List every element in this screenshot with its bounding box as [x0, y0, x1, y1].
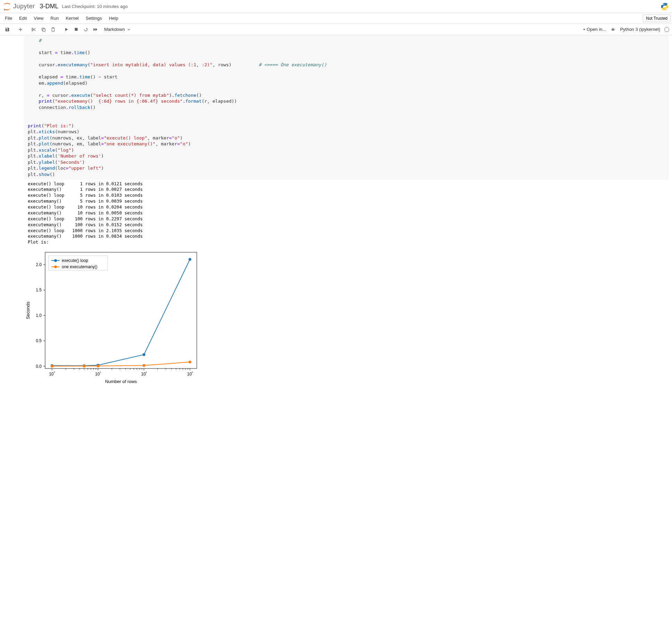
svg-point-68 [54, 265, 57, 268]
svg-text:execute() loop: execute() loop [62, 258, 88, 263]
checkpoint-text: Last Checkpoint: 10 minutes ago [62, 4, 128, 9]
kernel-status-icon [664, 27, 669, 32]
svg-text:Seconds: Seconds [25, 302, 31, 319]
plus-icon [18, 27, 23, 32]
open-in-label: Open in... [587, 27, 606, 32]
cell-type-select[interactable]: Markdown [104, 27, 131, 32]
output-text: execute() loop 1 rows in 0.0121 seconds … [24, 180, 669, 248]
paste-button[interactable] [49, 25, 58, 34]
svg-text:0.0: 0.0 [36, 364, 42, 369]
svg-point-65 [54, 259, 57, 262]
menu-edit[interactable]: Edit [16, 14, 30, 22]
bug-icon[interactable] [610, 27, 616, 32]
caret-down-icon [582, 28, 586, 31]
cut-button[interactable] [29, 25, 38, 34]
menu-view[interactable]: View [30, 14, 47, 22]
svg-point-62 [188, 361, 191, 364]
header: Jupyter 3-DML Last Checkpoint: 10 minute… [0, 0, 672, 13]
svg-text:1.5: 1.5 [36, 288, 42, 293]
add-cell-button[interactable] [16, 25, 25, 34]
trust-button[interactable]: Not Trusted [643, 15, 671, 22]
svg-point-56 [143, 353, 145, 356]
svg-text:10¹: 10¹ [95, 371, 101, 376]
save-icon [5, 27, 10, 32]
svg-text:1.0: 1.0 [36, 313, 42, 318]
svg-point-1 [4, 3, 5, 4]
stop-button[interactable] [72, 25, 81, 34]
jupyter-logo[interactable]: Jupyter [3, 2, 35, 11]
run-button[interactable] [62, 25, 71, 34]
menubar: FileEditViewRunKernelSettingsHelp Not Tr… [0, 13, 672, 24]
toolbar: Markdown Open in... Python 3 (ipykernel) [0, 24, 672, 35]
svg-text:10³: 10³ [187, 371, 193, 376]
svg-text:10⁰: 10⁰ [49, 371, 55, 376]
scissors-icon [31, 27, 36, 32]
svg-point-60 [96, 365, 99, 367]
copy-icon [41, 27, 46, 32]
restart-icon [83, 27, 88, 32]
save-button[interactable] [3, 25, 12, 34]
svg-point-58 [51, 365, 53, 367]
svg-point-59 [83, 365, 85, 367]
svg-rect-7 [75, 28, 77, 31]
fast-forward-icon [93, 27, 98, 32]
restart-run-all-button[interactable] [91, 25, 100, 34]
svg-point-0 [9, 3, 10, 4]
svg-rect-4 [43, 29, 45, 31]
play-icon [64, 27, 68, 32]
svg-text:2.0: 2.0 [36, 262, 42, 267]
copy-button[interactable] [39, 25, 48, 34]
svg-rect-5 [52, 28, 54, 31]
svg-point-57 [188, 258, 191, 261]
open-in-button[interactable]: Open in... [582, 27, 606, 32]
jupyter-icon [3, 2, 11, 11]
svg-point-2 [4, 9, 5, 10]
menu-kernel[interactable]: Kernel [62, 14, 82, 22]
stop-icon [74, 27, 78, 31]
cell-type-label: Markdown [104, 27, 125, 32]
notebook-name[interactable]: 3-DML [40, 3, 59, 10]
notebook-content: # start = time.time() cursor.executemany… [0, 35, 672, 387]
menu-file[interactable]: File [1, 14, 16, 22]
jupyter-text: Jupyter [13, 3, 35, 10]
svg-text:Number of rows: Number of rows [105, 379, 137, 384]
menu-help[interactable]: Help [106, 14, 122, 22]
chart: 0.00.51.01.52.010⁰10¹10²10³Number of row… [24, 249, 672, 387]
svg-point-61 [143, 364, 145, 367]
menu-settings[interactable]: Settings [82, 14, 106, 22]
code-cell[interactable]: # start = time.time() cursor.executemany… [24, 35, 669, 180]
menu-run[interactable]: Run [47, 14, 62, 22]
restart-button[interactable] [81, 25, 90, 34]
svg-text:10²: 10² [141, 371, 147, 376]
chevron-down-icon [127, 28, 131, 31]
clipboard-icon [51, 27, 56, 32]
svg-text:one executemany(): one executemany() [62, 264, 98, 269]
svg-text:0.5: 0.5 [36, 339, 42, 344]
kernel-name[interactable]: Python 3 (ipykernel) [620, 27, 660, 32]
svg-rect-6 [52, 27, 54, 28]
python-icon [660, 2, 669, 11]
